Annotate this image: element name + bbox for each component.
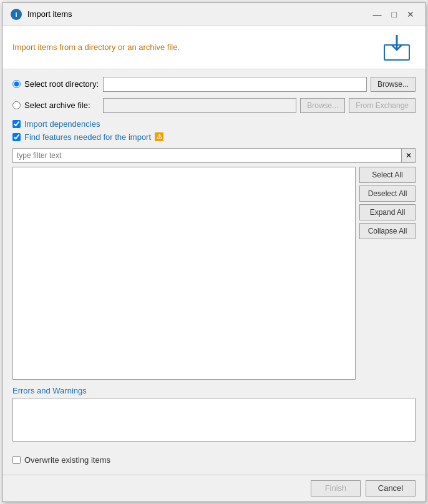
find-features-row: Find features needed for the import ⚠ — [12, 132, 416, 142]
collapse-all-button[interactable]: Collapse All — [359, 223, 416, 239]
maximize-button[interactable]: □ — [388, 9, 401, 20]
bottom-area: Overwrite existing items — [12, 450, 416, 467]
deselect-all-button[interactable]: Deselect All — [359, 185, 416, 202]
expand-all-button[interactable]: Expand All — [359, 204, 416, 220]
filter-input[interactable] — [12, 148, 402, 163]
dialog-title: Import items — [27, 9, 72, 19]
svg-text:i: i — [15, 11, 17, 18]
filter-clear-button[interactable]: ✕ — [402, 148, 416, 163]
root-directory-row: Select root directory: Browse... — [12, 77, 416, 92]
footer: Finish Cancel — [2, 475, 426, 502]
dialog-icon: i — [10, 8, 22, 21]
import-icon — [383, 34, 416, 61]
header-area: Import items from a directory or an arch… — [2, 26, 426, 69]
root-browse-button[interactable]: Browse... — [371, 77, 416, 92]
archive-file-label: Select archive file: — [24, 101, 99, 110]
find-features-checkbox[interactable] — [12, 133, 21, 141]
overwrite-row: Overwrite existing items — [12, 455, 416, 465]
cancel-button[interactable]: Cancel — [366, 480, 416, 497]
root-directory-input[interactable] — [103, 77, 367, 92]
import-dependencies-label: Import dependencies — [24, 119, 100, 129]
header-text: Import items from a directory or an arch… — [12, 42, 180, 52]
title-bar-left: i Import items — [10, 8, 72, 21]
select-all-button[interactable]: Select All — [359, 167, 416, 183]
find-features-label: Find features needed for the import — [24, 132, 151, 142]
root-directory-radio[interactable] — [12, 80, 21, 88]
errors-box — [12, 398, 416, 442]
archive-browse-button[interactable]: Browse... — [300, 98, 345, 113]
import-dependencies-checkbox[interactable] — [12, 120, 21, 128]
minimize-button[interactable]: — — [369, 9, 386, 20]
overwrite-checkbox[interactable] — [12, 456, 21, 464]
overwrite-label: Overwrite existing items — [24, 455, 110, 465]
title-controls: — □ ✕ — [369, 9, 418, 20]
from-exchange-button[interactable]: From Exchange — [349, 98, 416, 113]
list-and-buttons: Select All Deselect All Expand All Colla… — [12, 167, 416, 380]
archive-file-row: Select archive file: Browse... From Exch… — [12, 98, 416, 113]
filter-row: ✕ — [12, 148, 416, 163]
title-bar: i Import items — □ ✕ — [2, 3, 426, 26]
archive-file-input[interactable] — [103, 98, 296, 113]
items-list[interactable] — [12, 167, 356, 380]
side-buttons: Select All Deselect All Expand All Colla… — [359, 167, 416, 380]
warning-icon: ⚠ — [155, 132, 163, 141]
close-button[interactable]: ✕ — [403, 9, 418, 20]
errors-section: Errors and Warnings — [12, 386, 416, 442]
errors-label: Errors and Warnings — [12, 386, 416, 395]
content-area: Select root directory: Browse... Select … — [2, 69, 426, 475]
archive-file-radio[interactable] — [12, 101, 21, 109]
finish-button[interactable]: Finish — [311, 480, 361, 497]
import-items-dialog: i Import items — □ ✕ Import items from a… — [2, 2, 426, 502]
import-dependencies-row: Import dependencies — [12, 119, 416, 129]
root-directory-label: Select root directory: — [24, 79, 99, 89]
